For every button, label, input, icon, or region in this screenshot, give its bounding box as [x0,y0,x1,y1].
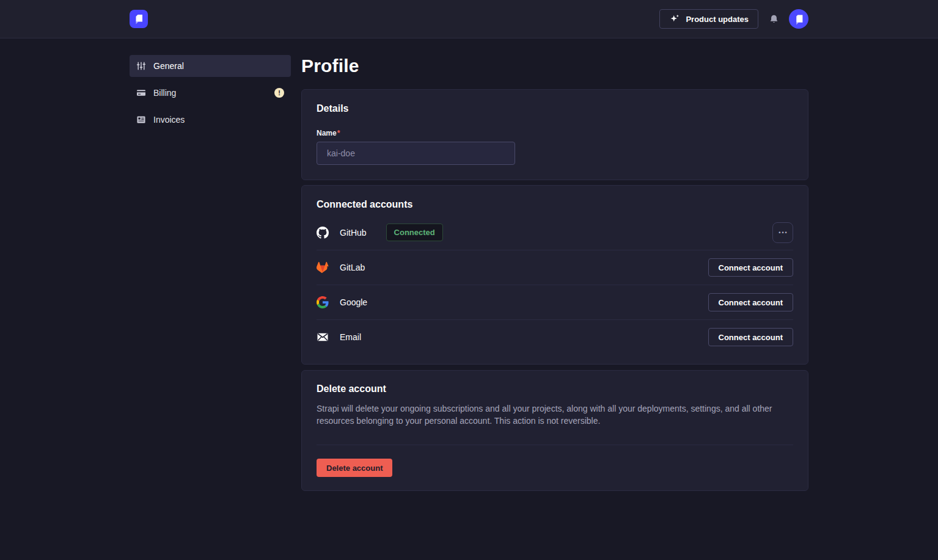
connected-status-badge: Connected [386,224,443,241]
main-area: General Billing ! [130,38,808,491]
notifications-button[interactable] [769,14,779,24]
sliders-icon [136,61,146,71]
sidebar-item-label: Invoices [153,115,185,125]
delete-account-card: Delete account Strapi will delete your o… [301,370,808,491]
account-row-google: Google Connect account [317,285,793,319]
github-icon [317,227,329,239]
page-title: Profile [301,56,808,76]
delete-account-description: Strapi will delete your ongoing subscrip… [317,402,793,427]
user-avatar[interactable] [789,9,808,29]
provider-name: GitLab [340,263,365,272]
sidebar-item-general[interactable]: General [130,55,291,77]
strapi-logo[interactable] [130,10,148,28]
settings-sidebar: General Billing ! [130,55,291,491]
name-input[interactable] [317,142,515,165]
product-updates-button[interactable]: Product updates [659,9,758,29]
bell-icon [769,14,779,24]
provider-name: Google [340,297,367,307]
details-card: Details Name* [301,89,808,180]
delete-account-button[interactable]: Delete account [317,459,392,477]
account-row-gitlab: GitLab Connect account [317,250,793,285]
delete-account-title: Delete account [317,384,793,395]
sidebar-item-label: Billing [153,88,176,98]
gitlab-connect-button[interactable]: Connect account [708,258,793,277]
divider [317,445,793,445]
billing-warning-badge: ! [274,88,284,98]
strapi-logo-icon [130,10,148,28]
sparkle-icon [669,13,680,24]
email-icon [317,331,329,343]
sidebar-item-label: General [153,61,184,71]
provider-name: GitHub [340,228,367,238]
name-label: Name* [317,129,340,137]
account-row-email: Email Connect account [317,319,793,354]
gitlab-icon [317,261,329,274]
google-connect-button[interactable]: Connect account [708,293,793,311]
required-marker: * [337,129,340,137]
email-connect-button[interactable]: Connect account [708,328,793,346]
credit-card-icon [136,88,146,98]
sidebar-item-billing[interactable]: Billing ! [130,82,291,104]
sidebar-item-invoices[interactable]: Invoices [130,109,291,131]
connected-accounts-title: Connected accounts [317,186,793,215]
product-updates-label: Product updates [686,15,749,24]
provider-name: Email [340,332,361,342]
github-more-button[interactable]: ••• [772,222,793,243]
avatar-strapi-icon [789,9,808,29]
top-header: Product updates [0,0,938,38]
details-card-title: Details [317,103,793,114]
profile-content: Profile Details Name* Connected accounts… [301,55,808,491]
more-icon: ••• [779,230,788,236]
account-row-github: GitHub Connected ••• [317,215,793,250]
connected-accounts-card: Connected accounts GitHub Connected ••• [301,185,808,365]
google-icon [317,296,329,308]
invoice-icon [136,115,146,125]
